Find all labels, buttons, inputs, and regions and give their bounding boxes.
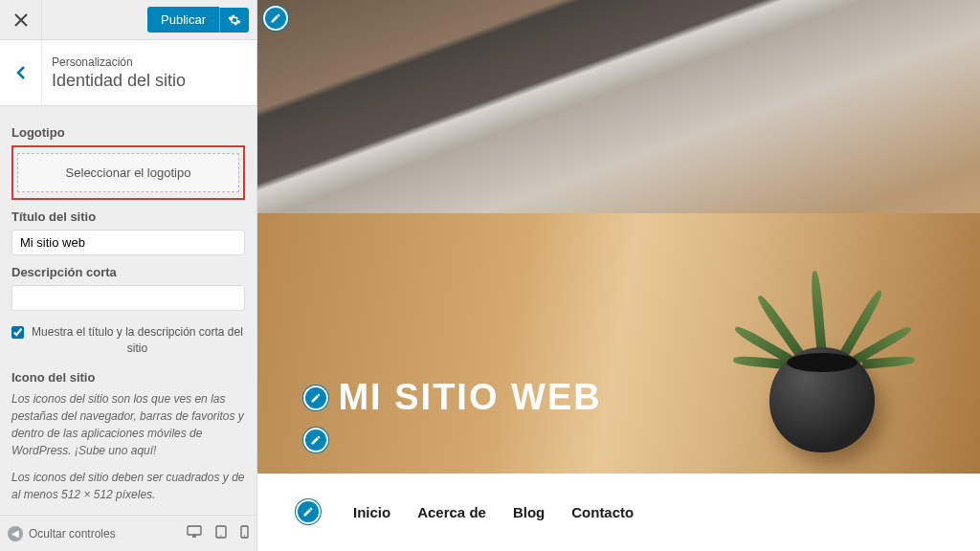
edit-title-button[interactable]	[303, 386, 328, 410]
svg-point-2	[220, 535, 221, 536]
select-logo-button[interactable]: Seleccionar el logotipo	[17, 153, 239, 192]
tagline-label: Descripción corta	[11, 265, 245, 279]
edit-tagline-button[interactable]	[303, 428, 328, 452]
close-button[interactable]	[0, 0, 42, 39]
preview-navbar: Inicio Acerca de Blog Contacto	[257, 474, 980, 550]
close-icon	[14, 13, 28, 27]
collapse-icon: ◀	[8, 526, 23, 541]
site-preview: MI SITIO WEB Inicio Acerca de Blog Conta…	[257, 0, 980, 551]
device-mobile-button[interactable]	[240, 525, 249, 542]
nav-item-contacto[interactable]: Contacto	[571, 504, 634, 520]
device-desktop-button[interactable]	[187, 525, 202, 542]
pencil-icon	[310, 392, 322, 404]
sidebar-footer: ◀ Ocultar controles	[0, 515, 256, 551]
publish-group: Publicar	[147, 7, 249, 33]
device-preview-group	[187, 525, 249, 542]
publish-settings-button[interactable]	[219, 8, 249, 33]
site-title-row: MI SITIO WEB	[303, 377, 602, 418]
breadcrumb: Personalización	[52, 55, 247, 69]
mobile-icon	[240, 525, 249, 539]
hero-image: MI SITIO WEB	[257, 0, 980, 474]
chevron-left-icon	[16, 65, 26, 80]
desktop-icon	[187, 525, 202, 539]
header-text: Personalización Identidad del sitio	[42, 44, 256, 102]
customizer-sidebar: Publicar Personalización Identidad del s…	[0, 0, 257, 551]
nav-item-blog[interactable]: Blog	[513, 504, 545, 520]
site-icon-label: Icono del sitio	[11, 370, 245, 385]
display-title-checkbox-row: Muestra el título y la descripción corta…	[11, 324, 245, 357]
back-button[interactable]	[0, 40, 42, 105]
tagline-input[interactable]	[11, 285, 245, 311]
hero-plant	[741, 299, 903, 452]
pencil-icon	[302, 506, 314, 518]
site-icon-desc-2: Los iconos del sitio deben ser cuadrados…	[11, 469, 245, 503]
display-title-checkbox[interactable]	[11, 326, 24, 339]
section-title: Identidad del sitio	[52, 71, 247, 91]
collapse-label: Ocultar controles	[29, 527, 116, 540]
edit-nav-button[interactable]	[296, 499, 321, 524]
tablet-icon	[215, 525, 227, 539]
pencil-icon	[310, 434, 322, 446]
pencil-icon	[270, 12, 281, 24]
site-icon-desc-1: Los iconos del sitio son los que ves en …	[11, 390, 245, 459]
preview-site-title: MI SITIO WEB	[338, 377, 601, 418]
logo-highlight: Seleccionar el logotipo	[11, 145, 245, 200]
logo-label: Logotipo	[11, 125, 245, 140]
nav-item-acerca[interactable]: Acerca de	[417, 504, 486, 520]
gear-icon	[228, 13, 241, 27]
collapse-controls-button[interactable]: ◀ Ocultar controles	[8, 526, 187, 541]
publish-button[interactable]: Publicar	[147, 7, 219, 33]
svg-point-4	[244, 535, 245, 536]
nav-item-inicio[interactable]: Inicio	[353, 504, 390, 520]
svg-rect-0	[188, 526, 201, 535]
site-title-label: Título del sitio	[11, 209, 245, 224]
display-title-label: Muestra el título y la descripción corta…	[30, 324, 245, 357]
edit-header-button[interactable]	[263, 6, 288, 31]
controls-panel: Logotipo Seleccionar el logotipo Título …	[0, 106, 256, 515]
device-tablet-button[interactable]	[215, 525, 227, 542]
customizer-topbar: Publicar	[0, 0, 256, 40]
site-title-input[interactable]	[11, 230, 245, 255]
section-header: Personalización Identidad del sitio	[0, 40, 256, 106]
